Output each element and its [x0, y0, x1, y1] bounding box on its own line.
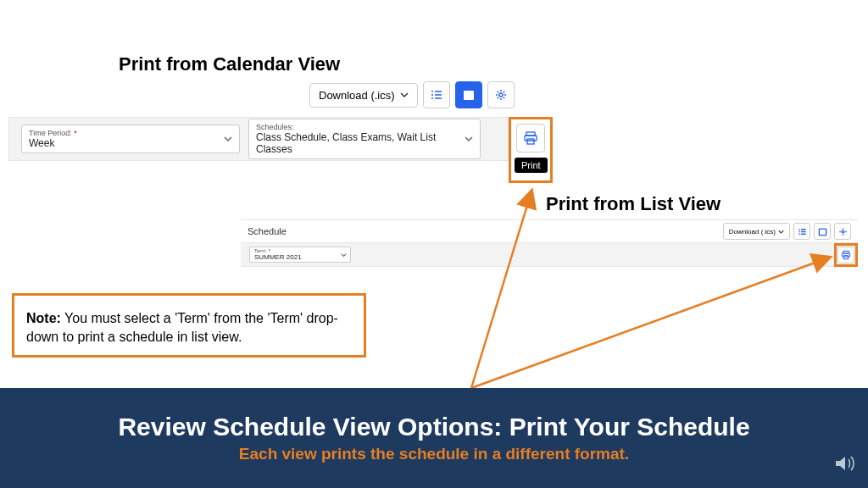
schedule-panel-title: Schedule	[248, 226, 723, 236]
chevron-down-icon	[341, 252, 347, 258]
note-box: Note: You must select a 'Term' from the …	[12, 293, 366, 358]
svg-rect-4	[525, 136, 537, 141]
svg-line-12	[471, 258, 829, 388]
calendar-view-toggle[interactable]	[814, 223, 831, 240]
print-button[interactable]	[516, 124, 545, 152]
speaker-icon	[832, 452, 856, 475]
svg-rect-10	[843, 256, 848, 259]
list-filter-bar: Term: * SUMMER 2021	[241, 243, 858, 267]
list-icon	[798, 227, 807, 236]
download-label: Download (.ics)	[319, 89, 395, 102]
list-view-toggle[interactable]	[423, 81, 450, 108]
chevron-down-icon	[224, 135, 232, 143]
settings-button[interactable]	[487, 81, 515, 108]
download-label: Download (.ics)	[729, 228, 776, 236]
chevron-down-icon	[778, 229, 784, 235]
heading-list-view: Print from List View	[546, 193, 721, 215]
svg-rect-1	[464, 91, 474, 93]
list-toolbar: Download (.ics)	[723, 223, 851, 240]
schedules-label: Schedules:	[256, 123, 473, 131]
footer-subtitle: Each view prints the schedule in a diffe…	[239, 445, 629, 463]
heading-calendar-view: Print from Calendar View	[119, 53, 340, 75]
time-period-select[interactable]: Time Period: * Week	[21, 125, 240, 153]
svg-point-7	[842, 230, 844, 233]
download-ics-button[interactable]: Download (.ics)	[723, 223, 790, 240]
gear-icon	[494, 88, 508, 102]
term-value: SUMMER 2021	[254, 253, 346, 261]
print-tooltip: Print	[515, 158, 548, 173]
calendar-icon	[462, 88, 476, 102]
svg-point-2	[499, 93, 503, 97]
schedules-select[interactable]: Schedules: Class Schedule, Class Exams, …	[248, 119, 481, 159]
calendar-view-toggle[interactable]	[455, 81, 482, 108]
time-period-value: Week	[29, 137, 232, 149]
calendar-filter-bar: Time Period: * Week Schedules: Class Sch…	[8, 117, 509, 161]
svg-rect-9	[842, 253, 849, 257]
printer-icon	[841, 250, 851, 260]
download-ics-button[interactable]: Download (.ics)	[309, 83, 418, 108]
gear-icon	[838, 227, 848, 236]
settings-button[interactable]	[834, 223, 851, 240]
svg-rect-6	[819, 229, 826, 236]
calendar-toolbar: Download (.ics)	[309, 81, 515, 108]
calendar-icon	[818, 227, 827, 236]
chevron-down-icon	[465, 135, 473, 143]
list-view-header: Schedule Download (.ics)	[241, 219, 858, 243]
chevron-down-icon	[400, 91, 409, 99]
footer-banner: Review Schedule View Options: Print Your…	[0, 388, 868, 488]
list-view-toggle[interactable]	[793, 223, 810, 240]
list-icon	[430, 88, 443, 102]
svg-rect-5	[527, 139, 534, 144]
term-select[interactable]: Term: * SUMMER 2021	[249, 247, 351, 263]
schedules-value: Class Schedule, Class Exams, Wait List C…	[256, 131, 473, 155]
printer-icon	[523, 130, 538, 146]
note-text: You must select a 'Term' from the 'Term'…	[26, 311, 338, 344]
footer-title: Review Schedule View Options: Print Your…	[118, 413, 749, 441]
note-prefix: Note:	[26, 311, 61, 325]
print-button[interactable]	[837, 247, 854, 263]
time-period-label: Time Period: *	[29, 129, 232, 137]
